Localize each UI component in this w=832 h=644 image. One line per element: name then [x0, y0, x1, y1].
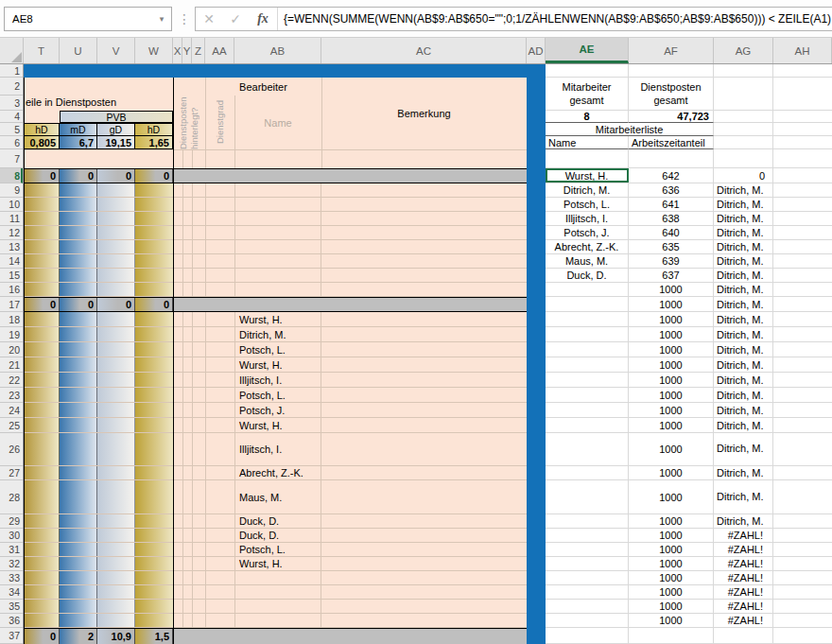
cell[interactable]	[773, 514, 832, 528]
row-header-37[interactable]: 37	[0, 628, 23, 644]
cell-af24[interactable]: 1000	[629, 403, 714, 417]
cell[interactable]	[773, 433, 832, 465]
cell[interactable]	[173, 514, 234, 528]
cell-af16[interactable]: 1000	[629, 283, 714, 296]
cell[interactable]	[773, 111, 832, 123]
row-header-3[interactable]: 3	[0, 96, 23, 111]
cell[interactable]	[321, 433, 527, 465]
formula-input[interactable]: {=WENN(SUMME(WENN(AB$9:AB$650="";0;1/ZÄH…	[278, 12, 831, 26]
cell[interactable]	[135, 373, 173, 387]
blue-title-band[interactable]	[24, 64, 527, 78]
cell[interactable]	[97, 254, 135, 268]
col-header-T[interactable]: T	[24, 38, 60, 63]
row-header-28[interactable]: 28	[0, 480, 23, 514]
cell[interactable]	[773, 168, 832, 183]
cell[interactable]	[135, 198, 173, 211]
cell-af15[interactable]: 637	[629, 269, 714, 282]
vertical-label-dienstgrad[interactable]: Dienstgrad	[206, 96, 234, 149]
cell[interactable]	[60, 433, 97, 465]
cell[interactable]	[135, 269, 173, 282]
cell-ag14[interactable]: Ditrich, M.	[714, 254, 773, 268]
cell-ag10[interactable]: Ditrich, M.	[714, 198, 773, 211]
cell[interactable]	[135, 403, 173, 417]
header-mD[interactable]: mD	[59, 123, 97, 136]
cell[interactable]	[773, 283, 832, 296]
cell[interactable]	[24, 529, 60, 542]
bearbeiter-header[interactable]: Bearbeiter	[205, 78, 321, 96]
cell[interactable]	[173, 614, 234, 627]
cell-af11[interactable]: 638	[629, 212, 714, 225]
cell[interactable]	[24, 614, 60, 627]
cell-ag29[interactable]: Ditrich, M.	[714, 514, 773, 528]
cell[interactable]	[321, 357, 527, 372]
cell[interactable]	[321, 183, 527, 197]
cell[interactable]	[97, 283, 135, 296]
row-header-27[interactable]: 27	[0, 466, 23, 480]
cell-ag28[interactable]: Ditrich, M.	[714, 480, 773, 513]
col-header-X[interactable]: X	[173, 38, 182, 63]
cell[interactable]	[60, 557, 97, 570]
cell-ab21[interactable]: Wurst, H.	[234, 357, 321, 372]
cell[interactable]	[173, 312, 234, 326]
cell[interactable]	[546, 342, 629, 357]
cell-ab35[interactable]	[234, 600, 321, 613]
cell-ae15[interactable]: Duck, D.	[546, 269, 629, 282]
cell[interactable]	[24, 212, 60, 225]
row-header-24[interactable]: 24	[0, 403, 23, 418]
cell-u8[interactable]: 0	[60, 169, 97, 183]
cell[interactable]	[97, 585, 135, 599]
cell[interactable]	[135, 283, 173, 296]
cell-af6-anteil-header[interactable]: Arbeitszeitanteil	[629, 136, 714, 149]
cell-ab12[interactable]	[234, 226, 321, 239]
name-box-dropdown-icon[interactable]: ▾	[152, 14, 171, 24]
cell-ae2-mitarbeiter-gesamt[interactable]: Mitarbeiter gesamt	[546, 78, 629, 110]
cell-af2-dienstposten-gesamt[interactable]: Dienstposten gesamt	[629, 78, 714, 110]
cell[interactable]	[97, 557, 135, 570]
cell[interactable]	[60, 254, 97, 268]
cell-ag23[interactable]: Ditrich, M.	[714, 388, 773, 402]
cell[interactable]	[173, 543, 234, 556]
cell-af18[interactable]: 1000	[629, 312, 714, 326]
cell[interactable]	[773, 136, 832, 149]
cell[interactable]	[773, 327, 832, 341]
cell[interactable]	[135, 433, 173, 465]
cell[interactable]	[321, 557, 527, 570]
row-header-21[interactable]: 21	[0, 357, 23, 373]
cell[interactable]	[24, 183, 60, 197]
cell-ae13[interactable]: Abrecht, Z.-K.	[546, 240, 629, 253]
cell[interactable]	[321, 342, 527, 357]
cell[interactable]	[321, 212, 527, 225]
row-header-31[interactable]: 31	[0, 543, 23, 557]
cell-ab31[interactable]: Potsch, L.	[234, 543, 321, 556]
cell-af20[interactable]: 1000	[629, 342, 714, 357]
header-hD-2[interactable]: hD	[134, 123, 173, 136]
cell[interactable]	[773, 480, 832, 513]
cell[interactable]	[60, 388, 97, 402]
cell[interactable]	[546, 149, 629, 167]
cell[interactable]	[135, 480, 173, 513]
cell[interactable]	[173, 212, 234, 225]
row-header-16[interactable]: 16	[0, 283, 23, 297]
cell[interactable]	[773, 585, 832, 599]
col-header-AG[interactable]: AG	[714, 38, 773, 63]
row-header-20[interactable]: 20	[0, 342, 23, 357]
cell[interactable]	[60, 571, 97, 584]
row-header-36[interactable]: 36	[0, 614, 23, 628]
cell[interactable]	[173, 269, 234, 282]
cell[interactable]	[135, 212, 173, 225]
cell[interactable]	[24, 600, 60, 613]
cell[interactable]	[135, 514, 173, 528]
cell[interactable]	[97, 514, 135, 528]
cell[interactable]	[24, 514, 60, 528]
cell[interactable]	[97, 480, 135, 513]
cell[interactable]	[173, 600, 234, 613]
cell[interactable]	[24, 571, 60, 584]
cell[interactable]	[773, 388, 832, 402]
cell[interactable]	[24, 543, 60, 556]
cell[interactable]	[714, 64, 773, 77]
cell-af28[interactable]: 1000	[629, 480, 714, 513]
cell-af8[interactable]: 642	[629, 168, 714, 183]
bemerkung-header[interactable]: Bemerkung	[321, 78, 527, 149]
cell[interactable]	[321, 240, 527, 253]
cell-u17[interactable]: 0	[60, 298, 97, 311]
